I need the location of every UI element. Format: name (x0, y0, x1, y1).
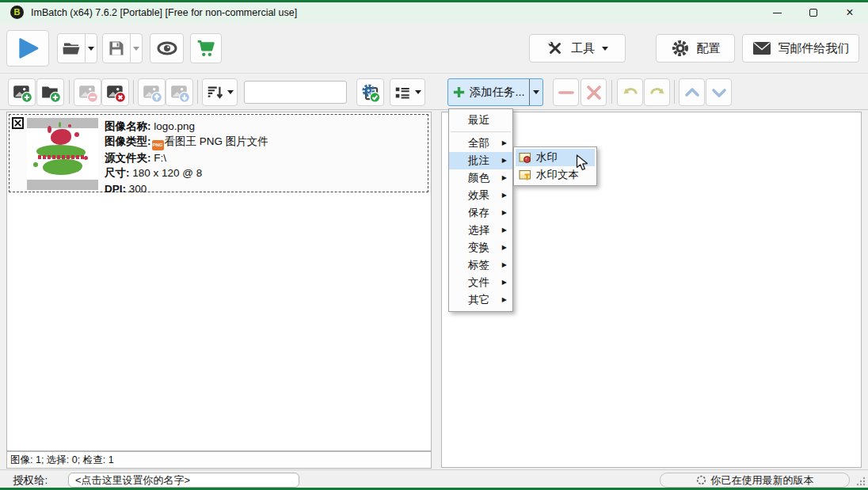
buy-button[interactable] (190, 33, 222, 63)
move-image-down-button[interactable] (166, 78, 193, 106)
image-down-icon (169, 82, 190, 103)
remove-image-icon (78, 82, 98, 103)
add-task-button[interactable]: 添加任务... (447, 78, 543, 106)
dropdown-arrow-icon (88, 47, 94, 51)
resize-grip[interactable] (855, 476, 866, 487)
add-task-dropdown[interactable] (529, 79, 542, 105)
submenu-arrow-icon: ▶ (502, 291, 507, 309)
image-checkbox[interactable] (12, 117, 24, 129)
email-button[interactable]: 写邮件给我们 (742, 34, 859, 63)
dropdown-arrow-icon (133, 47, 139, 51)
x-icon (584, 83, 603, 102)
move-task-up-button[interactable] (679, 78, 705, 106)
sort-icon (206, 84, 223, 101)
move-image-up-button[interactable] (138, 78, 166, 106)
field-label: 图像类型: (105, 135, 151, 147)
license-name-input[interactable] (68, 473, 299, 488)
remove-image-button[interactable] (74, 78, 101, 106)
open-dropdown[interactable] (85, 34, 97, 63)
menu-item-transform[interactable]: 变换▶ (449, 239, 512, 256)
gear-icon (671, 39, 690, 58)
menu-item-tags[interactable]: 标签▶ (449, 256, 512, 274)
submenu-arrow-icon: ▶ (502, 152, 507, 169)
plus-icon (452, 85, 466, 99)
field-label: 图像名称: (105, 120, 151, 132)
submenu-arrow-icon: ▶ (502, 169, 507, 187)
submenu-item-label: 水印 (536, 150, 558, 165)
undo-button[interactable] (617, 78, 643, 106)
clear-images-button[interactable] (101, 78, 129, 106)
menu-item-annotate[interactable]: 批注▶ (449, 152, 512, 169)
menu-item-effects[interactable]: 效果▶ (449, 187, 512, 204)
submenu-arrow-icon: ▶ (502, 222, 507, 239)
image-up-icon (142, 82, 162, 103)
main-toolbar: 工具 配置 写邮件给我们 (0, 24, 868, 74)
add-images-button[interactable] (8, 78, 36, 106)
eye-icon (156, 39, 178, 58)
save-button[interactable] (102, 33, 143, 63)
imbatch-window: B ImBatch (x64) 7.6.2 [Portable] [Free f… (0, 0, 868, 490)
refresh-icon (696, 475, 706, 485)
remove-task-button[interactable] (553, 78, 579, 106)
open-button[interactable] (57, 33, 97, 63)
menu-item-color[interactable]: 颜色▶ (449, 169, 512, 187)
watermark-text-icon (519, 169, 531, 181)
separator (69, 80, 70, 104)
redo-button[interactable] (644, 78, 670, 106)
field-value: 300 (129, 183, 147, 195)
search-box: × (244, 81, 347, 104)
submenu-arrow-icon: ▶ (502, 256, 507, 274)
tools-label: 工具 (571, 41, 595, 56)
add-task-label: 添加任务... (469, 85, 524, 100)
menu-item-all[interactable]: 全部▶ (449, 135, 512, 152)
config-button[interactable]: 配置 (656, 34, 735, 63)
add-folder-button[interactable] (36, 78, 64, 106)
submenu-arrow-icon: ▶ (502, 135, 507, 152)
move-task-down-button[interactable] (706, 78, 732, 106)
menu-item-save[interactable]: 保存▶ (449, 204, 512, 222)
view-options-button[interactable] (390, 78, 425, 106)
maximize-button[interactable] (795, 2, 832, 24)
watermark-icon (519, 151, 531, 164)
preview-button[interactable] (150, 33, 184, 63)
email-label: 写邮件给我们 (779, 41, 850, 56)
close-button[interactable]: × (832, 2, 868, 24)
field-label: DPI: (105, 183, 126, 195)
menu-item-select[interactable]: 选择▶ (449, 222, 512, 239)
update-status-button[interactable]: 你已在使用最新的版本 (660, 473, 850, 488)
dropdown-arrow-icon (533, 90, 539, 94)
close-icon: × (846, 6, 853, 19)
mouse-cursor (576, 154, 589, 172)
play-icon (15, 36, 40, 61)
submenu-item-label: 水印文本 (536, 168, 579, 182)
run-button[interactable] (6, 30, 49, 66)
add-folder-icon (40, 82, 61, 103)
add-image-icon (12, 82, 32, 103)
tools-button[interactable]: 工具 (529, 34, 626, 63)
separator (197, 80, 198, 104)
sort-button[interactable] (202, 78, 238, 106)
check-images-button[interactable] (356, 78, 384, 106)
app-icon: B (10, 6, 24, 19)
image-list-item[interactable]: 图像名称: logo.png 图像类型:PNG看图王 PNG 图片文件 源文件夹… (9, 114, 428, 192)
checkmark-x-icon (14, 120, 21, 127)
minimize-button[interactable] (759, 2, 795, 24)
menu-item-recent[interactable]: 最近 (449, 112, 512, 129)
add-task-menu: 最近 全部▶ 批注▶ 颜色▶ 效果▶ 保存▶ 选择▶ 变换▶ 标签▶ 文件▶ 其… (448, 108, 513, 312)
field-value: 看图王 PNG 图片文件 (165, 135, 268, 147)
window-title: ImBatch (x64) 7.6.2 [Portable] [Free for… (31, 7, 297, 18)
license-label: 授权给: (13, 473, 48, 488)
minus-icon (557, 83, 576, 102)
save-dropdown[interactable] (130, 34, 142, 63)
clear-tasks-button[interactable] (581, 78, 607, 106)
menu-item-other[interactable]: 其它▶ (449, 291, 512, 309)
dropdown-arrow-icon (415, 90, 421, 94)
thumbnail-text (38, 155, 86, 159)
menu-item-file[interactable]: 文件▶ (449, 274, 512, 291)
cart-icon (196, 38, 216, 59)
panel-splitter[interactable] (432, 112, 440, 451)
separator (611, 80, 612, 104)
image-thumbnail (27, 118, 98, 190)
titlebar: B ImBatch (x64) 7.6.2 [Portable] [Free f… (0, 0, 868, 24)
window-accent-top (0, 0, 868, 2)
